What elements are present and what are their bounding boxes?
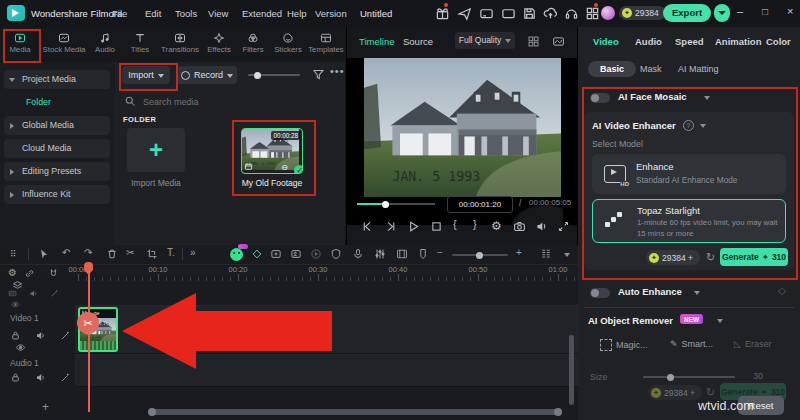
scopes-icon[interactable] [551,35,566,48]
play-button[interactable] [407,220,420,233]
prop-tab-color[interactable]: Color [766,36,791,47]
redo-icon[interactable]: ↷ [84,247,92,258]
media-grid-icon[interactable]: ⠿ [10,249,18,259]
vertical-scrollbar[interactable] [569,335,574,405]
lock-icon[interactable] [10,372,21,383]
menu-file[interactable]: File [112,8,127,19]
import-button[interactable]: Import [122,66,170,84]
render-preview-icon[interactable] [396,248,408,260]
auto-enhance-chevron[interactable] [694,291,700,295]
filter-icon[interactable] [312,68,325,81]
smart-brush-tool[interactable]: ✎ Smart... [670,339,713,349]
media-clip-thumbnail[interactable]: 00:00:28 ⊖ ✓ [241,128,303,174]
stop-button[interactable] [430,220,443,233]
timeline-zoom-knob[interactable] [476,252,483,259]
cc-icon[interactable] [8,289,17,298]
more-options-icon[interactable]: ••• [330,65,345,77]
quality-dropdown[interactable]: Full Quality [455,32,515,49]
menu-tools[interactable]: Tools [175,8,197,19]
snapshot-camera-icon[interactable] [513,220,526,233]
save-icon[interactable] [522,6,537,21]
tab-effects[interactable]: Effects [202,29,236,60]
audio-track-lane[interactable] [75,354,578,387]
horizontal-scrollbar[interactable] [150,409,560,415]
keyframe-diamond-icon[interactable]: ◇ [778,285,786,296]
window-minimize-button[interactable]: – [737,5,743,17]
delete-icon[interactable] [106,248,118,260]
nav-folder[interactable]: Folder [4,93,110,112]
preview-tab-timeline[interactable]: Timeline [359,36,395,47]
record-button[interactable]: Record [177,66,237,84]
window-maximize-button[interactable]: □ [762,6,768,17]
ai-object-remover-chevron[interactable] [717,319,723,323]
size-slider[interactable] [643,376,735,378]
gift-icon[interactable] [435,6,450,21]
timeline-settings-gear-icon[interactable]: ⚙ [8,267,17,278]
share-icon[interactable] [457,6,472,21]
tab-media[interactable]: Media [0,29,40,60]
size-slider-knob[interactable] [667,374,674,381]
subtab-basic[interactable]: Basic [588,61,636,77]
auto-enhance-toggle[interactable] [590,288,610,298]
crop-icon[interactable] [146,248,158,260]
zoom-out-icon[interactable]: − [437,247,443,258]
mute-icon[interactable] [35,330,46,341]
thumbnail-size-slider[interactable] [248,74,300,76]
add-marker-frame-icon[interactable] [270,248,282,260]
playhead-line[interactable] [88,264,90,412]
link-clips-icon[interactable] [24,268,35,279]
tab-stickers[interactable]: Stickers [270,29,306,60]
mark-in-button[interactable]: { [453,218,457,230]
next-frame-button[interactable] [384,220,397,233]
menu-view[interactable]: View [208,8,228,19]
ai-assistant-icon[interactable] [230,248,243,261]
eraser-tool[interactable]: ◺ Eraser [734,339,771,349]
export-dropdown-chevron[interactable] [714,4,730,22]
wand-icon[interactable] [60,330,71,341]
menu-extended[interactable]: Extended [242,8,282,19]
timeline-zoom-slider[interactable] [452,254,508,256]
topaz-starlight-model-option[interactable]: Topaz Starlight 1-minute 60 fps video li… [592,199,786,243]
import-media-tile[interactable]: + [127,128,185,172]
magnet-snap-icon[interactable] [48,268,59,279]
tasks-icon[interactable] [479,6,494,21]
enhance-model-option[interactable]: HD Enhance Standard AI Enhance Mode [592,154,786,194]
wand-small-icon[interactable] [50,289,59,298]
keyframe-teal-icon[interactable] [251,248,263,260]
playback-settings-gear-icon[interactable]: ⚙ [491,219,502,233]
motion-track-icon[interactable] [310,248,322,260]
scrubber-knob[interactable] [382,201,389,208]
subtab-mask[interactable]: Mask [640,64,662,74]
nav-project-media[interactable]: Project Media [4,70,110,89]
marker-icon[interactable] [417,248,429,260]
tab-filters[interactable]: Filters [236,29,270,60]
credits-pill[interactable]: ✦ 29384 [619,6,666,20]
nav-cloud-media[interactable]: Cloud Media [4,139,110,158]
more-tools-icon[interactable]: » [190,247,196,258]
shield-icon[interactable] [330,248,342,260]
menu-version[interactable]: Version [315,8,347,19]
search-input[interactable] [141,93,335,111]
menu-edit[interactable]: Edit [145,8,161,19]
prop-tab-video[interactable]: Video [593,36,619,47]
add-track-plus-button[interactable]: + [42,400,49,414]
pointer-tool-icon[interactable] [38,248,50,260]
audio-mixer-icon[interactable] [374,248,386,260]
text-tool-icon[interactable]: T. [167,247,175,258]
previous-frame-button[interactable] [361,220,374,233]
track-manager-icon[interactable] [540,248,552,260]
tab-templates[interactable]: Templates [306,29,346,60]
apps-grid-icon[interactable] [585,6,600,21]
menu-help[interactable]: Help [287,8,307,19]
fullscreen-icon[interactable] [557,220,570,233]
generate-button[interactable]: Generate ✦ 310 [720,248,788,266]
support-headset-icon[interactable] [564,6,579,21]
eye-small-icon[interactable] [11,300,20,309]
window-close-button[interactable]: × [787,5,793,17]
wand-icon[interactable] [60,372,71,383]
nav-influence-kit[interactable]: Influence Kit [4,185,110,204]
video-track-lane[interactable] [75,305,578,354]
voiceover-mic-icon[interactable] [352,248,364,260]
tab-titles[interactable]: Titles [122,29,158,60]
ai-face-mosaic-toggle[interactable] [590,93,610,103]
